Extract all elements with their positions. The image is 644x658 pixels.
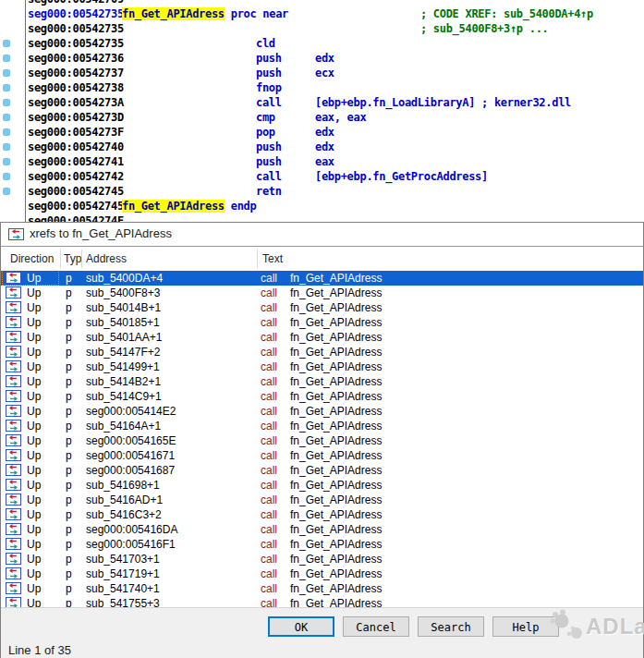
disasm-line[interactable]: seg000:00542740pushedx [0, 140, 644, 154]
cell-text-target: fn_Get_APIAdress [290, 345, 382, 359]
cell-text-target: fn_Get_APIAdress [290, 286, 382, 300]
xref-row[interactable]: Uppsub_54147F+2callfn_Get_APIAdress [1, 345, 643, 359]
disasm-line[interactable]: seg000:0054273Fpopedx [0, 125, 644, 140]
disasm-line[interactable]: seg000:00542745retn [0, 184, 644, 199]
cell-address: seg000:00541671 [86, 448, 175, 463]
column-header-text[interactable]: Text [262, 252, 283, 265]
operands: eax, eax [315, 110, 366, 125]
xref-row[interactable]: Uppsub_54014B+1callfn_Get_APIAdress [1, 300, 643, 315]
cell-type: p [66, 581, 72, 596]
xref-row[interactable]: Uppsub_5400DA+4callfn_Get_APIAdress [1, 271, 643, 286]
mnemonic: call [256, 169, 282, 184]
cell-direction: Up [27, 315, 41, 330]
cell-text-mnemonic: call [261, 522, 277, 537]
xref-row[interactable]: Uppsub_5414B2+1callfn_Get_APIAdress [1, 374, 643, 389]
column-header-direction[interactable]: Direction [10, 252, 54, 265]
xref-row[interactable]: Uppseg000:005416DAcallfn_Get_APIAdress [1, 522, 643, 537]
cell-type: p [66, 493, 72, 507]
search-button[interactable]: Search [418, 616, 484, 637]
mnemonic: push [256, 51, 282, 66]
disasm-line[interactable]: seg000:00542738fnop [0, 80, 644, 95]
cell-direction: Up [27, 537, 41, 552]
address: seg000:00542735 [28, 6, 124, 21]
mark-dot-icon [3, 99, 10, 106]
address: seg000:00542737 [28, 66, 124, 80]
cell-address: sub_5416AD+1 [86, 493, 163, 507]
column-header-type[interactable]: Typ [64, 252, 81, 265]
column-header-address[interactable]: Address [86, 252, 127, 265]
disasm-line[interactable]: seg000:00542709 [0, 0, 644, 6]
disasm-line[interactable]: seg000:0054273Acall[ebp+ebp.fn_LoadLibra… [0, 95, 644, 110]
mnemonic: cld [256, 36, 275, 51]
xref-row[interactable]: Uppsub_540185+1callfn_Get_APIAdress [1, 315, 643, 330]
cell-type: p [66, 330, 72, 345]
disasm-line[interactable]: seg000:0054274E [0, 213, 644, 222]
cell-address: seg000:0054165E [86, 433, 176, 448]
disasm-line[interactable]: seg000:00542745fn_Get_APIAdress endp [0, 199, 644, 213]
cell-text-target: fn_Get_APIAdress [290, 507, 382, 522]
cell-text-mnemonic: call [261, 581, 277, 596]
disassembly-pane[interactable]: seg000:00542709seg000:00542735fn_Get_API… [0, 0, 644, 222]
cell-direction: Up [27, 419, 41, 433]
cell-type: p [66, 300, 72, 315]
cell-type: p [66, 389, 72, 404]
cancel-button[interactable]: Cancel [343, 616, 409, 637]
disasm-line[interactable]: seg000:00542735; sub_5400F8+3↑p ... [0, 21, 644, 36]
column-separator[interactable] [81, 250, 82, 268]
operands: ecx [315, 66, 334, 80]
cell-direction: Up [27, 286, 41, 300]
disasm-line[interactable]: seg000:00542736pushedx [0, 51, 644, 66]
cell-text-mnemonic: call [261, 404, 277, 419]
xref-row[interactable]: Uppsub_541698+1callfn_Get_APIAdress [1, 478, 643, 493]
ok-button[interactable]: OK [268, 616, 334, 637]
column-separator[interactable] [257, 250, 258, 268]
cell-text-mnemonic: call [261, 419, 277, 433]
disasm-line[interactable]: seg000:00542742call[ebp+ebp.fn_GetProcAd… [0, 169, 644, 184]
watermark-label: ADLab [586, 614, 644, 640]
column-separator[interactable] [60, 250, 61, 268]
cell-text-target: fn_Get_APIAdress [290, 404, 382, 419]
xref-row[interactable]: Uppsub_5400F8+3callfn_Get_APIAdress [1, 286, 643, 300]
disasm-line[interactable]: seg000:00542741pusheax [0, 154, 644, 169]
paw-icon [549, 608, 588, 647]
dialog-titlebar[interactable]: xrefs to fn_Get_APIAdress [1, 223, 643, 247]
disasm-line[interactable]: seg000:0054273Dcmpeax, eax [0, 110, 644, 125]
cell-type: p [66, 433, 72, 448]
cell-text-target: fn_Get_APIAdress [290, 359, 382, 374]
xref-row[interactable]: Uppsub_541703+1callfn_Get_APIAdress [1, 552, 643, 567]
xref-row[interactable]: Uppseg000:005414E2callfn_Get_APIAdress [1, 404, 643, 419]
address: seg000:00542735 [28, 36, 124, 51]
cell-text-mnemonic: call [261, 433, 277, 448]
function-name-highlight: fn_Get_APIAdress [122, 200, 225, 213]
mnemonic: push [256, 66, 282, 80]
disasm-line[interactable]: seg000:00542737pushecx [0, 66, 644, 80]
keyword: proc near [225, 7, 288, 20]
xref-row[interactable]: Uppseg000:0054165Ecallfn_Get_APIAdress [1, 433, 643, 448]
cell-address: sub_540185+1 [86, 315, 160, 330]
cell-text-target: fn_Get_APIAdress [290, 300, 382, 315]
cell-text-target: fn_Get_APIAdress [290, 389, 382, 404]
cell-text-target: fn_Get_APIAdress [290, 463, 382, 478]
cell-text-mnemonic: call [261, 463, 277, 478]
cell-text-mnemonic: call [261, 359, 277, 374]
xref-row[interactable]: Uppseg000:00541671callfn_Get_APIAdress [1, 448, 643, 463]
list-column-header: Direction Typ Address Text [1, 247, 643, 272]
dialog-title: xrefs to fn_Get_APIAdress [30, 226, 172, 240]
disasm-line[interactable]: seg000:00542735fn_Get_APIAdress proc nea… [0, 6, 644, 21]
xref-row[interactable]: Uppsub_5416AD+1callfn_Get_APIAdress [1, 493, 643, 507]
xref-row[interactable]: Uppsub_54164A+1callfn_Get_APIAdress [1, 419, 643, 433]
xref-row[interactable]: Uppsub_5414C9+1callfn_Get_APIAdress [1, 389, 643, 404]
xref-row[interactable]: Uppseg000:00541687callfn_Get_APIAdress [1, 463, 643, 478]
xref-row[interactable]: Uppsub_541499+1callfn_Get_APIAdress [1, 359, 643, 374]
disasm-line[interactable]: seg000:00542735cld [0, 36, 644, 51]
xref-row[interactable]: Uppsub_541740+1callfn_Get_APIAdress [1, 581, 643, 596]
xref-row[interactable]: Uppsub_5401AA+1callfn_Get_APIAdress [1, 330, 643, 345]
cell-address: sub_5416C3+2 [86, 507, 162, 522]
xref-row[interactable]: Uppsub_5416C3+2callfn_Get_APIAdress [1, 507, 643, 522]
xref-row-icon [6, 597, 21, 607]
xref-row[interactable]: Uppsub_541755+3callfn_Get_APIAdress [1, 596, 643, 607]
cell-address: sub_541499+1 [86, 359, 160, 374]
xref-row[interactable]: Uppsub_541719+1callfn_Get_APIAdress [1, 567, 643, 581]
xref-list[interactable]: Uppsub_5400DA+4callfn_Get_APIAdress Upps… [1, 271, 643, 607]
xref-row[interactable]: Uppseg000:005416F1callfn_Get_APIAdress [1, 537, 643, 552]
